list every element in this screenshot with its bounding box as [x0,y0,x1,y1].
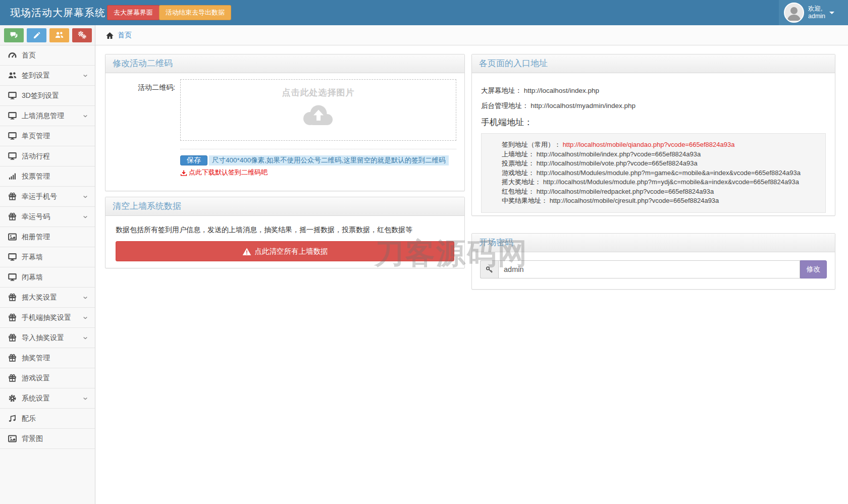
comments-icon[interactable] [4,28,24,42]
cogs-icon[interactable] [72,28,92,42]
sidebar-item-shake-prize[interactable]: 摇大奖设置 [0,288,95,308]
vote-address-line: 投票地址： http://localhost/mobile/vote.php?v… [502,159,820,169]
password-input[interactable] [498,260,800,278]
sidebar-item-event-schedule[interactable]: 活动行程 [0,146,95,166]
chevron-down-icon [82,192,89,201]
desktop-icon [7,132,17,140]
chevron-down-icon [82,394,89,403]
modify-password-button[interactable]: 修改 [800,260,827,278]
signal-icon [7,172,17,181]
home-icon [105,30,114,39]
app-title: 现场活动大屏幕系统 [10,0,105,25]
sidebar-toolbar [0,25,95,45]
save-hint: 尺寸400*400像素,如果不使用公众号二维码,这里留空的就是默认的签到二维码 [209,155,449,165]
divider [180,149,456,149]
clear-description: 数据包括所有签到用户信息，发送的上墙消息，抽奖结果，摇一摇数据，投票数据，红包数… [105,216,464,235]
caret-down-icon [829,12,834,14]
sidebar-menu: 首页 签到设置 3D签到设置 上墙消息管理 单页管理 活动行程 投票管理 [0,45,95,449]
vote-url[interactable]: http://localhost/mobile/vote.php?vcode=6… [537,159,698,167]
breadcrumb[interactable]: 首页 [118,31,132,40]
clear-data-panel: 清空上墙系统数据 数据包括所有签到用户信息，发送的上墙消息，抽奖结果，摇一摇数据… [105,197,465,268]
redpacket-address-line: 红包地址： http://localhost/mobile/redpacket.… [502,187,820,197]
gift-icon [7,354,17,362]
download-default-qr-link[interactable]: 点此下载默认签到二维码吧 [180,168,456,177]
qr-code-panel: 修改活动二维码 活动二维码: 点击此处选择图片 保存 尺寸400*400像素,如… [105,54,465,191]
cloud-upload-icon [301,102,336,127]
dashboard-icon [7,51,17,60]
sidebar: 首页 签到设置 3D签到设置 上墙消息管理 单页管理 活动行程 投票管理 [0,25,95,504]
warning-icon [242,247,251,256]
entry-addresses-panel: 各页面的入口地址 大屏幕地址： http://localhost/index.p… [471,54,835,216]
panel-title: 开场密码 [472,234,835,252]
game-url[interactable]: http://localhost/Modules/module.php?m=ga… [537,169,801,177]
pencil-icon[interactable] [27,28,46,42]
prize-result-url[interactable]: http://localhost/mobile/cjresult.php?vco… [550,197,719,204]
goto-bigscreen-button[interactable]: 去大屏幕界面 [107,5,160,20]
users-icon [7,71,17,80]
upload-placeholder: 点击此处选择图片 [181,87,456,98]
sidebar-item-home[interactable]: 首页 [0,45,95,66]
panel-title: 修改活动二维码 [105,54,464,73]
image-icon [7,233,17,241]
wall-address-line: 上墙地址： http://localhost/mobile/index.php?… [502,150,820,159]
image-icon [7,434,17,443]
bigscreen-address-line: 大屏幕地址： http://localhost/index.php [481,86,826,95]
music-icon [7,414,17,423]
opening-password-panel: 开场密码 修改 [471,233,835,290]
sidebar-item-signin-settings[interactable]: 签到设置 [0,66,95,86]
breadcrumb-bar: 首页 [95,25,848,45]
users-icon[interactable] [49,28,69,42]
sidebar-item-vote-management[interactable]: 投票管理 [0,166,95,187]
shake-prize-url[interactable]: http://localhost/Modules/module.php?m=yd… [543,178,799,186]
sidebar-item-background[interactable]: 背景图 [0,429,95,449]
desktop-icon [7,91,17,100]
chevron-down-icon [82,71,89,80]
sidebar-item-opening-wall[interactable]: 开幕墙 [0,247,95,267]
qr-field-label: 活动二维码: [114,79,180,141]
sidebar-item-lucky-number[interactable]: 幸运号码 [0,207,95,227]
panel-title: 清空上墙系统数据 [105,197,464,216]
sidebar-item-lucky-phone[interactable]: 幸运手机号 [0,187,95,207]
admin-address-line: 后台管理地址： http://localhost/myadmin/index.p… [481,101,826,110]
export-data-button[interactable]: 活动结束去导出数据 [159,5,231,20]
sidebar-item-closing-wall[interactable]: 闭幕墙 [0,267,95,288]
gift-icon [7,192,17,201]
shake-prize-address-line: 摇大奖地址： http://localhost/Modules/module.p… [502,178,820,187]
sidebar-item-wall-messages[interactable]: 上墙消息管理 [0,106,95,126]
gear-icon [7,394,17,403]
redpacket-url[interactable]: http://localhost/mobile/redpacket.php?vc… [537,188,714,195]
gift-icon [7,374,17,382]
qr-upload-area[interactable]: 点击此处选择图片 [180,79,456,141]
wall-url[interactable]: http://localhost/mobile/index.php?vcode=… [537,150,701,158]
gift-icon [7,313,17,322]
sidebar-item-system-settings[interactable]: 系统设置 [0,388,95,409]
chevron-down-icon [82,313,89,322]
chevron-down-icon [82,111,89,121]
clear-all-button[interactable]: 点此清空所有上墙数据 [116,241,454,261]
sidebar-item-import-lottery[interactable]: 导入抽奖设置 [0,328,95,348]
sidebar-item-album[interactable]: 相册管理 [0,227,95,247]
sidebar-item-3d-signin[interactable]: 3D签到设置 [0,86,95,106]
sidebar-item-mobile-lottery[interactable]: 手机端抽奖设置 [0,308,95,328]
save-button[interactable]: 保存 [180,155,207,165]
sidebar-item-game-settings[interactable]: 游戏设置 [0,368,95,388]
avatar [784,3,804,23]
gift-icon [7,212,17,221]
gift-icon [7,293,17,302]
chevron-down-icon [82,333,89,343]
mobile-addresses-heading: 手机端地址： [481,117,826,128]
top-navbar: 现场活动大屏幕系统 去大屏幕界面 活动结束去导出数据 欢迎, admin [0,0,848,25]
bigscreen-url[interactable]: http://localhost/index.php [524,87,599,94]
key-icon [480,260,498,278]
signin-url[interactable]: http://localhost/mobile/qiandao.php?vcod… [563,141,735,148]
desktop-icon [7,111,17,120]
signin-address-line: 签到地址（常用）： http://localhost/mobile/qianda… [502,140,820,150]
welcome-text: 欢迎, admin [808,5,825,20]
sidebar-item-single-page[interactable]: 单页管理 [0,126,95,146]
desktop-icon [7,152,17,160]
admin-url[interactable]: http://localhost/myadmin/index.php [531,102,635,109]
sidebar-item-music[interactable]: 配乐 [0,409,95,429]
sidebar-item-lottery-management[interactable]: 抽奖管理 [0,348,95,368]
user-menu[interactable]: 欢迎, admin [779,0,848,25]
desktop-icon [7,253,17,261]
